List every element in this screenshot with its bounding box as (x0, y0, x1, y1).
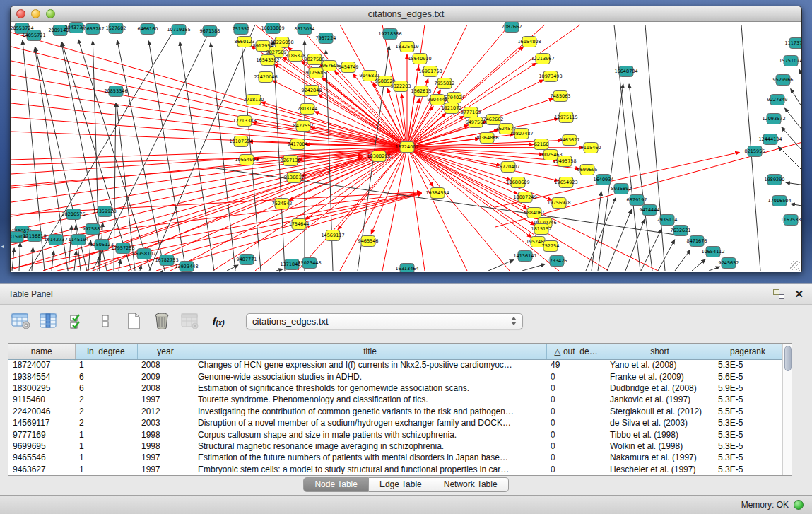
graph-node[interactable]: 19756928 (547, 198, 570, 209)
table-cell[interactable]: 0 (546, 406, 606, 417)
graph-edge[interactable] (778, 146, 801, 179)
table-cell[interactable]: 14569117 (8, 417, 75, 428)
graph-edge[interactable] (211, 43, 235, 271)
graph-edge[interactable] (140, 265, 141, 271)
graph-node[interactable]: 2803144 (298, 104, 318, 115)
graph-node[interactable]: 8454749 (339, 62, 359, 73)
table-cell[interactable]: 49 (546, 359, 606, 370)
table-cell[interactable]: 0 (546, 464, 606, 475)
graph-node[interactable]: 14569117 (321, 230, 344, 241)
graph-node[interactable]: 8471676 (687, 236, 707, 247)
graph-node[interactable]: 9417004 (288, 139, 308, 150)
table-cell[interactable]: Franke et al. (2009) (606, 370, 714, 382)
graph-edge[interactable] (276, 269, 283, 271)
graph-node[interactable]: 7485063 (551, 91, 571, 102)
column-header-name[interactable]: name (8, 344, 75, 359)
graph-node[interactable]: 6466160 (138, 24, 158, 35)
graph-node[interactable]: 8935892 (611, 184, 632, 194)
table-cell[interactable]: 0 (546, 394, 606, 405)
graph-node[interactable]: 16961758 (418, 66, 442, 77)
table-cell[interactable]: 5.3E-5 (714, 394, 782, 405)
graph-node[interactable]: 15720407 (496, 162, 519, 173)
graph-node[interactable]: 8215955 (745, 146, 765, 157)
graph-node[interactable]: 12975115 (554, 112, 577, 123)
graph-node[interactable]: 1167533 (781, 215, 801, 226)
table-cell[interactable]: 1997 (137, 452, 194, 463)
graph-node[interactable]: 6794024 (445, 93, 465, 103)
table-cell[interactable]: 2003 (137, 417, 194, 428)
column-header-title[interactable]: title (194, 344, 546, 359)
table-cell[interactable]: Nakamura et al. (1997) (606, 452, 714, 463)
table-cell[interactable]: 2 (75, 406, 137, 417)
graph-node[interactable]: 9529966 (773, 75, 794, 86)
graph-node[interactable]: 8267130 (281, 156, 301, 166)
row-height-icon[interactable] (95, 310, 116, 332)
table-cell[interactable]: 9115460 (8, 394, 75, 405)
table-row[interactable]: 946554611997Estimation of the future num… (8, 452, 782, 463)
graph-edge[interactable] (645, 25, 665, 271)
graph-edge[interactable] (782, 127, 801, 160)
column-header-year[interactable]: year (137, 344, 194, 359)
vertical-scrollbar[interactable] (782, 344, 792, 475)
graph-edge[interactable] (148, 41, 186, 271)
memory-status-icon[interactable] (794, 500, 804, 510)
splitpane-collapse-handle[interactable]: ◂ (1, 243, 6, 250)
function-builder-icon[interactable]: f(x) (208, 310, 229, 332)
table-row[interactable]: 2242004622012Investigating the contribut… (8, 406, 782, 417)
tab-edge-table[interactable]: Edge Table (369, 477, 433, 492)
graph-node[interactable]: 20853346 (104, 86, 127, 97)
graph-node[interactable]: 2718120 (244, 95, 264, 105)
table-cell[interactable]: 9463627 (8, 464, 75, 475)
table-row[interactable]: 977716911998Corpus callosum shape and si… (8, 428, 782, 440)
close-panel-icon[interactable]: ✕ (794, 289, 804, 299)
column-header-short[interactable]: short (606, 344, 714, 359)
table-row[interactable]: 946362711997Embryonic stem cells: a mode… (8, 464, 782, 475)
minimize-button[interactable] (31, 9, 40, 18)
graph-node[interactable]: 1562615 (411, 86, 432, 97)
table-cell[interactable]: 5.3E-5 (714, 452, 782, 463)
graph-node[interactable]: 9975887 (83, 224, 103, 235)
graph-node[interactable]: 16958107 (132, 249, 155, 259)
graph-node[interactable]: 8813054 (295, 24, 315, 35)
graph-node[interactable]: 9463627 (560, 135, 580, 146)
table-cell[interactable]: 2 (75, 417, 137, 428)
graph-node[interactable]: 8427552 (293, 121, 314, 132)
graph-node[interactable]: 12444134 (758, 134, 782, 145)
table-cell[interactable]: 6 (75, 382, 137, 394)
graph-node[interactable]: 9115460 (581, 143, 601, 153)
table-cell[interactable]: 2008 (137, 359, 194, 370)
graph-node[interactable]: 16648784 (614, 66, 637, 77)
new-table-icon[interactable] (123, 310, 144, 332)
graph-edge[interactable] (74, 251, 76, 271)
graph-node[interactable]: 17359928 (93, 206, 116, 217)
graph-edge[interactable] (488, 260, 514, 271)
table-cell[interactable]: 9699695 (8, 440, 75, 452)
graph-edge[interactable] (785, 108, 801, 141)
graph-edge[interactable] (149, 25, 255, 271)
column-header-pagerank[interactable]: pagerank (714, 344, 782, 359)
table-cell[interactable]: 2012 (137, 406, 194, 417)
graph-node[interactable]: 9699695 (577, 165, 598, 175)
table-cell[interactable]: 6 (75, 370, 137, 382)
graph-edge-selected[interactable] (340, 147, 407, 271)
graph-node[interactable]: 11173717 (784, 38, 801, 49)
graph-edge[interactable] (791, 204, 801, 207)
graph-node[interactable]: 1989290 (765, 175, 785, 185)
graph-node[interactable]: 9245652 (719, 258, 739, 269)
graph-edge[interactable] (592, 192, 601, 271)
table-cell[interactable]: Wolkin et al. (1998) (606, 440, 714, 452)
graph-node[interactable]: 20364866 (475, 133, 498, 144)
graph-edge[interactable] (629, 84, 652, 271)
graph-edge[interactable] (692, 259, 705, 271)
table-cell[interactable]: 1998 (137, 428, 194, 440)
graph-node[interactable]: 19654923 (554, 177, 577, 188)
select-all-columns-icon[interactable] (66, 310, 88, 332)
graph-edge[interactable] (791, 89, 801, 121)
graph-node[interactable]: 10654112 (701, 247, 724, 257)
table-cell[interactable]: Embryonic stem cells: a model to study s… (194, 464, 546, 475)
graph-node[interactable]: 751552 (233, 24, 250, 35)
table-cell[interactable]: 5.3E-5 (714, 464, 782, 475)
table-cell[interactable]: 0 (546, 428, 606, 440)
graph-edge[interactable] (69, 226, 71, 271)
graph-node[interactable]: 1754644 (289, 219, 310, 230)
